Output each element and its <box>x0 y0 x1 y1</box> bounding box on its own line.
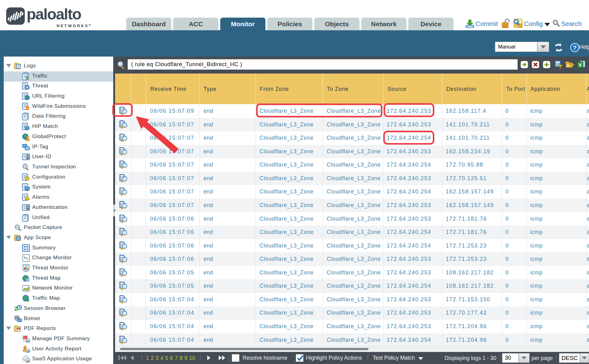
svg-text:?: ? <box>573 44 577 51</box>
svg-text:A: A <box>18 328 19 330</box>
